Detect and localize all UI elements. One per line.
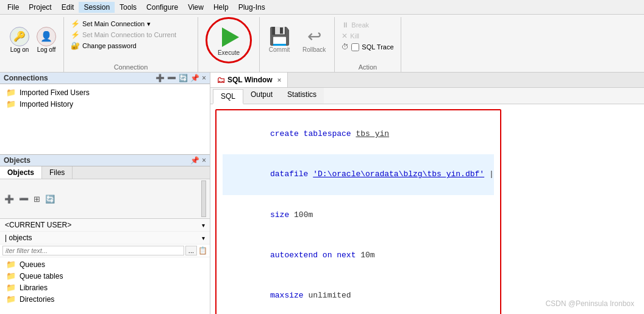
menu-plugins[interactable]: Plug-Ins: [234, 2, 270, 13]
menu-tools[interactable]: Tools: [115, 2, 141, 13]
menu-help[interactable]: Help: [209, 2, 234, 13]
connections-header: Connections ➕ ➖ 🔄 📌 ×: [0, 73, 210, 84]
obj-minus-icon[interactable]: ➖: [17, 194, 30, 204]
set-main-connection-button[interactable]: ⚡ Set Main Connection ▾: [69, 18, 193, 29]
dropdown-icon: ▾: [147, 20, 151, 28]
sql-trace-checkbox[interactable]: [351, 43, 359, 51]
sql-window-header: 🗂 SQL Window ×: [210, 73, 644, 88]
list-item[interactable]: 📁 Imported History: [5, 98, 205, 110]
connection-group: ⚡ Set Main Connection ▾ ⚡ Set Main Conne…: [64, 17, 198, 72]
sql-keyword: datafile: [270, 169, 313, 179]
change-password-button[interactable]: 🔐 Change password: [69, 40, 193, 51]
tab-objects[interactable]: Objects: [0, 166, 42, 179]
connections-add-icon[interactable]: ➕: [156, 74, 165, 82]
current-user-label: <CURRENT USER>: [5, 221, 71, 229]
tab-statistics[interactable]: Statistics: [280, 88, 324, 104]
rollback-icon: ↩: [307, 26, 321, 46]
menu-file[interactable]: File: [2, 2, 24, 13]
connections-minus-icon[interactable]: ➖: [167, 74, 176, 82]
item-label: Queue tables: [20, 272, 63, 280]
menu-edit[interactable]: Edit: [57, 2, 79, 13]
connection-current-icon: ⚡: [71, 30, 80, 39]
sql-line-5: maxsize unlimited: [223, 276, 494, 314]
password-icon: 🔐: [71, 41, 80, 50]
tab-output[interactable]: Output: [243, 88, 280, 104]
obj-group-icon[interactable]: ⊞: [32, 194, 42, 204]
folder-icon: 📁: [6, 88, 16, 97]
connection-item-label: Imported Fixed Users: [20, 88, 90, 97]
filter-input[interactable]: [2, 246, 184, 255]
rollback-label: Rollback: [302, 46, 326, 53]
all-objects-row[interactable]: | objects ▾: [0, 232, 210, 244]
menu-view[interactable]: View: [183, 2, 209, 13]
execute-button[interactable]: Execute: [206, 17, 252, 63]
item-label: Directories: [20, 295, 54, 304]
log-on-button[interactable]: 🔑 Log on: [7, 26, 32, 54]
menu-project[interactable]: Project: [24, 2, 56, 13]
sql-value: 10m: [360, 251, 374, 260]
filter-clear-icon[interactable]: 📋: [198, 246, 207, 255]
kill-button[interactable]: ✕ Kill: [340, 30, 395, 41]
objects-pin-icon[interactable]: 📌: [190, 156, 199, 165]
sql-line-3: size 100m: [223, 195, 494, 235]
action-group: ⏸ Break ✕ Kill ⏱ SQL Trace Action: [335, 17, 401, 72]
sql-content-box: create tablespace tbs_yin datafile 'D:\o…: [215, 109, 501, 314]
sql-cursor: |: [484, 169, 494, 179]
log-on-label: Log on: [10, 46, 29, 53]
filter-more-button[interactable]: ...: [185, 246, 197, 255]
clock-icon: ⏱: [342, 43, 349, 51]
menu-configure[interactable]: Configure: [141, 2, 183, 13]
vertical-scrollbar-indicator[interactable]: [201, 180, 206, 217]
action-group-label: Action: [335, 63, 400, 71]
commit-rollback-group: 💾 Commit ↩ Rollback: [260, 17, 335, 72]
sql-string: 'D:\oracle\oradata\blzg\tbs_yin.dbf': [313, 169, 484, 179]
key-icon: 🔑: [13, 30, 26, 42]
menu-session[interactable]: Session: [79, 2, 115, 13]
list-item[interactable]: 📁 Queue tables: [0, 270, 210, 282]
item-label: Libraries: [20, 284, 48, 292]
set-main-connection-current-button[interactable]: ⚡ Set Main Connection to Current: [69, 29, 193, 40]
list-item[interactable]: 📁 Imported Fixed Users: [5, 87, 205, 98]
connections-refresh-icon[interactable]: 🔄: [179, 74, 188, 82]
sql-line-2: datafile 'D:\oracle\oradata\blzg\tbs_yin…: [223, 154, 494, 194]
commit-button[interactable]: 💾 Commit: [265, 25, 294, 54]
sql-window-close-icon[interactable]: ×: [277, 76, 281, 84]
sql-editor[interactable]: create tablespace tbs_yin datafile 'D:\o…: [210, 104, 644, 314]
person-icon: 👤: [40, 30, 52, 42]
connection-item-label: Imported History: [20, 100, 73, 109]
connections-close-icon[interactable]: ×: [202, 74, 206, 82]
folder-icon: 📁: [6, 260, 16, 269]
sql-window-tab[interactable]: 🗂 SQL Window ×: [210, 73, 288, 87]
sql-window-icon: 🗂: [216, 75, 225, 85]
left-panel: Connections ➕ ➖ 🔄 📌 × 📁 Imported Fixed U…: [0, 73, 210, 314]
commit-label: Commit: [269, 46, 290, 53]
connection-icon: ⚡: [71, 20, 80, 28]
all-objects-label: | objects: [5, 234, 32, 242]
folder-icon: 📁: [6, 294, 16, 304]
obj-add-icon[interactable]: ➕: [2, 194, 16, 204]
sql-trace-label: SQL Trace: [362, 43, 393, 51]
sql-line-4: autoextend on next 10m: [223, 235, 494, 276]
list-item[interactable]: 📁 Libraries: [0, 282, 210, 293]
sql-value: unlimited: [308, 291, 351, 300]
sql-keyword: size: [270, 210, 294, 219]
execute-wrapper: Execute: [198, 17, 260, 72]
tab-files[interactable]: Files: [42, 166, 73, 179]
log-off-button[interactable]: 👤 Log off: [34, 26, 59, 54]
sql-identifier: tbs_yin: [356, 129, 389, 138]
break-button[interactable]: ⏸ Break: [340, 20, 395, 30]
tab-sql[interactable]: SQL: [213, 89, 243, 104]
obj-refresh-icon[interactable]: 🔄: [43, 194, 57, 204]
list-item[interactable]: 📁 Directories: [0, 293, 210, 305]
connections-list: 📁 Imported Fixed Users 📁 Imported Histor…: [0, 84, 210, 154]
connections-pin-icon[interactable]: 📌: [190, 74, 199, 82]
sql-keyword: autoextend on next: [270, 251, 360, 260]
items-list: 📁 Queues 📁 Queue tables 📁 Libraries 📁 Di…: [0, 257, 210, 314]
sql-window-tab-label: SQL Window: [227, 76, 273, 84]
folder-icon: 📁: [6, 271, 16, 280]
current-user-row[interactable]: <CURRENT USER> ▾: [0, 219, 210, 232]
rollback-button[interactable]: ↩ Rollback: [299, 25, 329, 54]
commit-icon: 💾: [269, 26, 290, 46]
objects-close-icon[interactable]: ×: [202, 156, 206, 165]
list-item[interactable]: 📁 Queues: [0, 259, 210, 270]
